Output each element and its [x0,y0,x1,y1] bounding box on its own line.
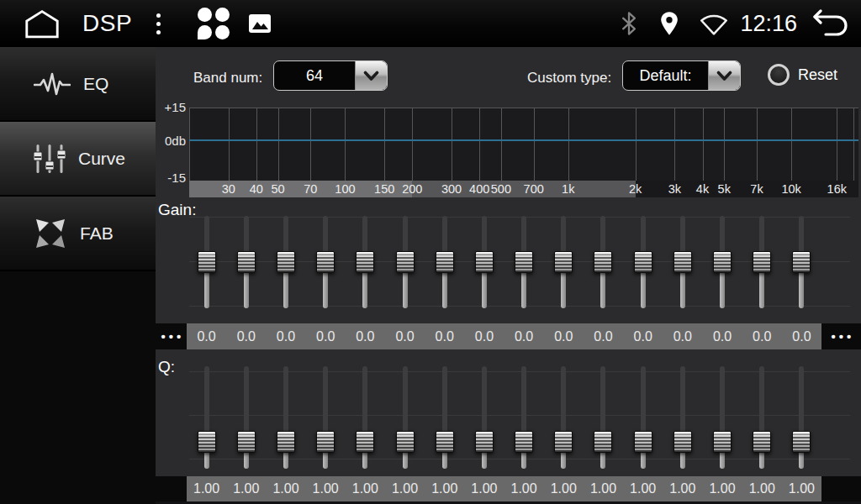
gridline [724,108,725,181]
q-slider[interactable] [515,366,533,469]
gain-slider[interactable] [396,216,415,308]
freq-tick-label: 5k [718,181,731,197]
gridline [703,108,704,181]
chevron-down-icon[interactable] [355,61,387,90]
slider-thumb[interactable] [198,431,216,453]
gain-slider[interactable] [713,216,732,308]
slider-thumb[interactable] [753,431,771,453]
slider-thumb[interactable] [277,431,295,453]
slider-thumb[interactable] [396,251,415,273]
gain-slider[interactable] [515,216,533,308]
gain-slider[interactable] [673,216,692,308]
gridline [837,108,837,181]
slider-thumb[interactable] [753,251,771,273]
q-slider[interactable] [475,366,494,469]
slider-thumb[interactable] [277,251,295,273]
slider-thumb[interactable] [792,251,811,273]
freq-tick-label: 40 [250,181,263,197]
more-q-left-button[interactable] [156,476,187,501]
slider-thumb[interactable] [436,431,454,453]
back-icon[interactable] [809,9,851,38]
band-num-select[interactable]: 64 [273,60,388,91]
slider-thumb[interactable] [475,251,494,273]
q-slider[interactable] [356,366,374,469]
slider-thumb[interactable] [436,251,454,273]
q-slider[interactable] [554,366,573,469]
q-slider[interactable] [436,366,454,469]
q-slider[interactable] [277,366,295,469]
slider-thumb[interactable] [316,431,335,453]
gain-slider[interactable] [554,216,573,308]
slider-thumb[interactable] [198,251,216,273]
custom-type-select[interactable]: Default: [622,60,741,91]
eq-waveform-icon [34,71,71,97]
gridline [412,108,413,181]
gain-slider[interactable] [753,216,771,308]
gain-slider[interactable] [475,216,494,308]
gain-slider[interactable] [634,216,652,308]
sidebar-item-fab[interactable]: FAB [0,197,156,271]
gallery-icon[interactable] [248,13,272,34]
reset-button[interactable]: Reset [768,64,837,86]
slider-thumb[interactable] [634,431,652,453]
slider-thumb[interactable] [554,431,573,453]
clock: 12:16 [740,11,797,37]
slider-thumb[interactable] [475,431,494,453]
q-slider[interactable] [673,366,692,469]
gain-slider[interactable] [277,216,295,308]
q-slider[interactable] [396,366,415,469]
slider-thumb[interactable] [237,431,256,453]
gain-value: 0.0 [584,323,623,349]
custom-type-label: Custom type: [527,70,611,87]
q-slider[interactable] [594,366,612,469]
q-slider[interactable] [634,366,652,469]
slider-thumb[interactable] [515,431,533,453]
q-slider[interactable] [316,366,335,469]
slider-thumb[interactable] [237,251,256,273]
sidebar-item-curve[interactable]: Curve [0,122,156,197]
slider-thumb[interactable] [554,251,573,273]
slider-thumb[interactable] [713,251,732,273]
q-slider[interactable] [198,366,216,469]
slider-thumb[interactable] [515,251,533,273]
gridline [229,108,230,181]
gain-slider[interactable] [792,216,811,308]
q-value: 1.00 [385,476,425,501]
slider-thumb[interactable] [316,251,335,273]
freq-tick-label: 100 [335,181,355,197]
reset-radio-icon[interactable] [768,64,790,86]
slider-thumb[interactable] [356,431,374,453]
gain-slider[interactable] [594,216,612,308]
home-icon[interactable] [23,9,61,39]
slider-thumb[interactable] [673,431,692,453]
sidebar-item-eq[interactable]: EQ [0,47,156,122]
q-slider[interactable] [792,366,811,469]
gain-slider[interactable] [198,216,216,308]
slider-thumb[interactable] [356,251,374,273]
more-q-right-button[interactable] [821,476,861,501]
freq-tick-label: 500 [491,181,511,197]
chevron-down-icon[interactable] [708,61,740,90]
q-slider[interactable] [237,366,256,469]
gridline [674,108,675,181]
q-value: 1.00 [584,476,623,501]
more-gain-right-button[interactable]: ••• [821,323,861,349]
gain-slider[interactable] [436,216,454,308]
overflow-menu-icon[interactable] [153,10,164,38]
slider-thumb[interactable] [396,431,415,453]
gain-slider[interactable] [356,216,374,308]
gain-slider[interactable] [237,216,256,308]
slider-thumb[interactable] [594,431,612,453]
slider-thumb[interactable] [713,431,732,453]
apps-clover-icon[interactable] [198,8,230,39]
gridline [452,108,452,181]
gridline [189,108,190,181]
slider-thumb[interactable] [634,251,652,273]
slider-thumb[interactable] [792,431,811,453]
q-slider[interactable] [753,366,771,469]
gain-slider[interactable] [316,216,335,308]
q-slider[interactable] [713,366,732,469]
slider-thumb[interactable] [594,251,612,273]
more-gain-left-button[interactable]: ••• [156,323,187,349]
slider-thumb[interactable] [673,251,692,273]
